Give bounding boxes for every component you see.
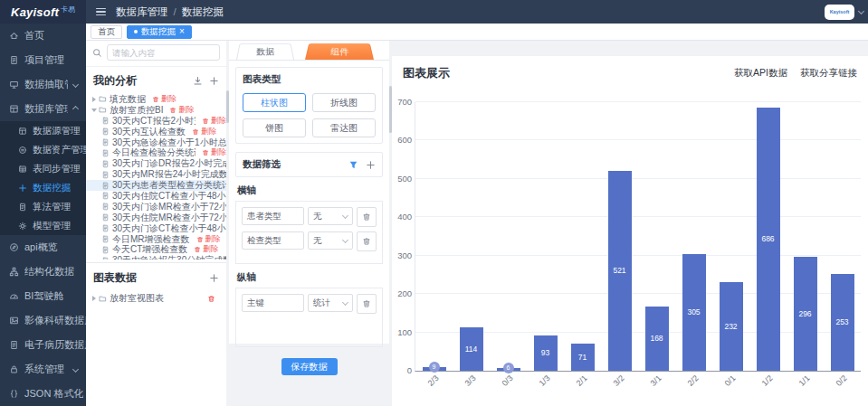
filter-icon[interactable] (348, 160, 358, 170)
sidebar-item[interactable]: 电子病历数据质控 (0, 333, 86, 357)
chart-type-button[interactable]: 折线图 (312, 93, 376, 112)
tab-component[interactable]: 组件 (305, 43, 374, 60)
analysis-panel: 我的分析 填充数据删除放射室质控BI删除30天内CT报告2小时完成数删除30天内… (86, 40, 226, 406)
field-name-input[interactable]: 检查类型 (242, 231, 304, 250)
get-share-link[interactable]: 获取分享链接 (800, 67, 857, 80)
delete-button[interactable]: 删除 (152, 94, 176, 105)
tree-item[interactable]: 今日MR增强检查数删除 (86, 234, 226, 245)
delete-button[interactable]: 删除 (196, 234, 221, 245)
sidebar-item[interactable]: JSON 格式化 (0, 382, 86, 406)
sidebar-item[interactable]: BI驾驶舱 (0, 284, 86, 308)
sidebar-item[interactable]: 数据抽取管理 (0, 72, 86, 97)
delete-button[interactable]: 删除 (202, 116, 226, 127)
sidebar-item-label: 数据资产管理 (33, 144, 86, 156)
get-api-data-link[interactable]: 获取API数据 (734, 67, 787, 80)
save-data-button[interactable]: 保存数据 (281, 358, 338, 375)
page-tab-bar: 首页 数据挖掘 (86, 24, 868, 41)
bi-icon (9, 291, 19, 301)
sidebar-item-label: JSON 格式化 (24, 387, 83, 401)
tree-item[interactable]: 30天内门诊MR检查小于72小时总计 (86, 202, 226, 212)
file-icon (101, 182, 110, 190)
tree-item[interactable]: 30天内患者类型检查分类统计 (86, 180, 226, 191)
delete-chart-data-button[interactable] (207, 295, 215, 303)
aggregation-select[interactable]: 统计 (308, 294, 353, 312)
tree-item[interactable]: 填充数据删除 (86, 94, 226, 105)
tree-item[interactable]: 30天内住院MR检查小于72小时总计 (86, 212, 226, 223)
bar: 253 (831, 274, 854, 371)
tree-item[interactable]: 放射室质控BI删除 (86, 105, 226, 116)
chart-type-button[interactable]: 雷达图 (312, 118, 376, 137)
delete-row-button[interactable] (357, 231, 377, 251)
sidebar-item[interactable]: api概览 (0, 235, 86, 260)
bar-slot: 1683/1 (638, 102, 675, 371)
breadcrumb-item-current: 数据挖掘 (182, 5, 224, 19)
sidebar-item[interactable]: 数据资产管理 (0, 140, 86, 159)
tree-item-label: 30天内CT报告2小时完成数 (112, 116, 196, 127)
tree-item[interactable]: 今天CT增强检查数删除 (86, 244, 226, 255)
bar-value-label: 93 (529, 348, 563, 357)
delete-button[interactable]: 删除 (169, 105, 194, 116)
sidebar-item[interactable]: 数据挖掘 (0, 178, 86, 197)
import-icon[interactable] (193, 76, 203, 86)
add-chart-data-icon[interactable] (209, 273, 219, 283)
close-tab-icon[interactable] (179, 27, 185, 36)
collapse-menu-icon[interactable] (96, 8, 106, 16)
sidebar-item[interactable]: 系统管理 (0, 357, 86, 382)
imaging-icon (9, 316, 19, 326)
chart-type-button[interactable]: 柱状图 (243, 93, 306, 112)
aggregation-value: 无 (313, 235, 322, 247)
sidebar-item[interactable]: 结构化数据 (0, 260, 86, 284)
chart-type-button[interactable]: 饼图 (243, 118, 306, 137)
tree-item-label: 30天内门诊MR检查小于72小时总计 (112, 202, 226, 212)
sidebar-item[interactable]: 首页 (0, 24, 86, 48)
search-input[interactable] (107, 44, 220, 61)
tree-item[interactable]: 今日检查检验分类统计删除 (86, 147, 226, 158)
chart-data-item[interactable]: 放射室视图表 (86, 291, 226, 306)
user-badge[interactable]: Kayisoft (825, 5, 854, 20)
sidebar-item[interactable]: 数据库管理 (0, 97, 86, 121)
tab-home[interactable]: 首页 (91, 25, 122, 39)
tree-item[interactable]: 30天内急诊报告30分钟完成数 (86, 255, 226, 260)
delete-button[interactable]: 删除 (192, 127, 216, 137)
tree-item-label: 30天内门诊DR报告2小时完成数 (112, 158, 226, 169)
field-name-input[interactable]: 患者类型 (242, 207, 304, 225)
sidebar-item[interactable]: 影像科研数据库 (0, 308, 86, 333)
scrollbar-thumb[interactable] (389, 86, 392, 133)
add-filter-icon[interactable] (366, 160, 376, 170)
tree-item[interactable]: 30天内CT报告2小时完成数删除 (86, 116, 226, 127)
delete-button[interactable]: 删除 (202, 147, 226, 158)
tree-item[interactable]: 30天内住院CT检查小于48小时总计 (86, 191, 226, 202)
breadcrumb-item[interactable]: 数据库管理 (116, 5, 168, 19)
x-axis-tick-label: 0/2 (835, 373, 849, 388)
tree-item[interactable]: 30天内MR报告24小时完成数 (86, 169, 226, 180)
aggregation-select[interactable]: 无 (308, 207, 353, 225)
delete-row-button[interactable] (357, 207, 377, 227)
delete-button[interactable]: 删除 (194, 244, 218, 255)
chevron-down-icon (72, 366, 79, 373)
scrollbar-thumb[interactable] (226, 90, 229, 123)
tree-item[interactable]: 30天内互认检查数删除 (86, 127, 226, 137)
sidebar-item[interactable]: 模型管理 (0, 216, 86, 235)
chart-type-box: 图表类型 柱状图折线图饼图雷达图 (235, 67, 383, 144)
field-name-input[interactable]: 主键 (242, 294, 304, 312)
active-tab-dot-icon (134, 30, 138, 33)
sidebar-item[interactable]: 数据源管理 (0, 121, 86, 140)
sidebar-item[interactable]: 项目管理 (0, 48, 86, 72)
file-icon (101, 224, 110, 232)
tree-item-label: 30天内门诊CT检查小于48小时总计 (112, 223, 226, 234)
tab-data[interactable]: 数据 (236, 43, 294, 60)
tree-item[interactable]: 30天内门诊CT检查小于48小时总计 (86, 223, 226, 234)
tab-data-mining[interactable]: 数据挖掘 (127, 25, 192, 39)
tree-item[interactable]: 30天内门诊DR报告2小时完成数 (86, 158, 226, 169)
aggregation-select[interactable]: 无 (308, 231, 353, 250)
bar-value-label: 305 (677, 307, 711, 316)
bar: 232 (720, 282, 743, 371)
delete-row-button[interactable] (357, 294, 377, 314)
delete-label: 删除 (178, 105, 194, 116)
search-icon[interactable] (92, 48, 102, 58)
chart-plot: 010020030040050060070092/31143/360/3931/… (415, 102, 861, 372)
sidebar-item[interactable]: 表同步管理 (0, 159, 86, 178)
add-analysis-icon[interactable] (209, 76, 219, 86)
tree-item[interactable]: 30天内急诊检查小于1小时总计 (86, 137, 226, 148)
sidebar-item[interactable]: 算法管理 (0, 197, 86, 216)
